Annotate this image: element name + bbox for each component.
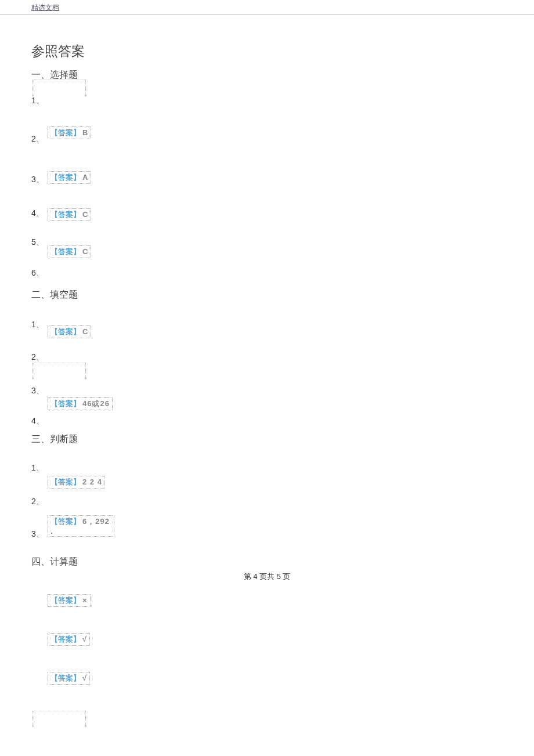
item-number: 2、 xyxy=(31,134,44,144)
item-number: 3、 xyxy=(31,529,44,540)
choice-item-5: 5、 【答案】C xyxy=(31,237,534,248)
item-number: 1、 xyxy=(31,320,44,330)
choice-item-1: 1、 xyxy=(31,96,534,106)
item-number: 2、 xyxy=(31,352,44,363)
choice-item-4: 4、 【答案】C xyxy=(31,208,534,219)
judge-item-3: 3、 xyxy=(31,529,534,540)
answer-value: 2 2 4 xyxy=(82,478,102,486)
choice-item-2: 2、 【答案】B xyxy=(31,134,534,144)
answer-label: 【答案】 xyxy=(50,128,81,137)
answer-placeholder xyxy=(33,363,86,379)
answer-value: C xyxy=(82,247,88,256)
footer-text: 第 4 页共 5 页 xyxy=(244,572,291,581)
answer-label: 【答案】 xyxy=(50,635,81,643)
calc-answer-2: 【答案】√ xyxy=(31,633,534,646)
fill-item-2: 2、 xyxy=(31,352,534,363)
answer-value: A xyxy=(82,173,88,182)
fill-item-4: 4、 xyxy=(31,416,534,426)
page-footer: 第 4 页共 5 页 xyxy=(0,571,534,582)
answer-label: 【答案】 xyxy=(50,399,81,408)
answer-box: 【答案】C xyxy=(48,245,91,258)
answer-value: × xyxy=(82,596,88,605)
answer-label: 【答案】 xyxy=(50,327,81,336)
answer-value: √ xyxy=(82,674,87,682)
answer-label: 【答案】 xyxy=(50,596,81,605)
item-number: 1、 xyxy=(31,463,44,473)
answer-box: 【答案】46或26 xyxy=(48,397,113,410)
section-header-fill: 二、填空题 xyxy=(31,289,534,301)
fill-item-3: 3、 【答案】46或26 xyxy=(31,386,534,396)
answer-label: 【答案】 xyxy=(50,210,81,219)
answer-label: 【答案】 xyxy=(50,478,81,486)
item-number: 3、 xyxy=(31,386,44,396)
judge-item-2: 2、 【答案】6，292 . xyxy=(31,497,534,507)
answer-label: 【答案】 xyxy=(50,517,81,526)
fill-item-1: 1、 【答案】C xyxy=(31,320,534,330)
answer-box: 【答案】√ xyxy=(48,672,90,685)
answer-box: 【答案】A xyxy=(48,171,91,184)
answer-box: 【答案】C xyxy=(48,325,91,338)
answer-value: C xyxy=(82,327,88,336)
answer-value: 46或26 xyxy=(82,399,110,408)
choice-item-6: 6、 xyxy=(31,268,534,278)
choice-item-3: 3、 【答案】A xyxy=(31,175,534,185)
calc-placeholder xyxy=(31,711,534,727)
answer-label: 【答案】 xyxy=(50,674,81,682)
answer-value: B xyxy=(82,128,88,137)
answer-label: 【答案】 xyxy=(50,173,81,182)
calc-answer-1: 【答案】× xyxy=(31,594,534,607)
item-number: 5、 xyxy=(31,237,44,248)
judge-item-1: 1、 【答案】2 2 4 xyxy=(31,463,534,473)
page-title: 参照答案 xyxy=(31,42,534,60)
answer-box: 【答案】B xyxy=(48,126,91,139)
header-link[interactable]: 精选文档 xyxy=(31,3,59,12)
answer-value: C xyxy=(82,210,88,219)
calc-answer-3: 【答案】√ xyxy=(31,672,534,685)
item-number: 4、 xyxy=(31,208,44,219)
answer-placeholder xyxy=(33,711,86,727)
section-header-calc: 四、计算题 xyxy=(31,556,534,568)
item-number: 3、 xyxy=(31,175,44,185)
item-number: 4、 xyxy=(31,416,44,426)
answer-label: 【答案】 xyxy=(50,247,81,256)
page-header: 精选文档 xyxy=(0,0,534,15)
section-header-choice: 一、选择题 xyxy=(31,69,534,81)
item-number: 2、 xyxy=(31,497,44,507)
answer-box: 【答案】C xyxy=(48,208,91,221)
answer-box: 【答案】√ xyxy=(48,633,90,646)
section-header-judge: 三、判断题 xyxy=(31,433,534,446)
item-number: 1、 xyxy=(31,96,44,106)
answer-value: √ xyxy=(82,635,87,643)
answer-placeholder xyxy=(33,79,86,96)
answer-box: 【答案】× xyxy=(48,594,91,607)
item-number: 6、 xyxy=(31,268,44,278)
content-area: 参照答案 一、选择题 1、 2、 【答案】B 3、 【答案】A 4、 【答案】C… xyxy=(0,15,534,727)
answer-box: 【答案】2 2 4 xyxy=(48,476,105,489)
